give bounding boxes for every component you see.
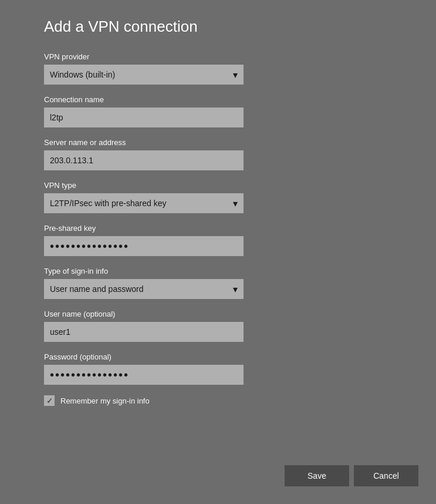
pre-shared-key-group: Pre-shared key [44,224,392,256]
vpn-type-group: VPN type L2TP/IPsec with pre-shared key [44,181,392,213]
vpn-provider-select-wrapper[interactable]: Windows (built-in) [44,65,244,85]
button-row: Save Cancel [285,465,418,486]
username-group: User name (optional) [44,310,392,342]
sign-in-type-select[interactable]: User name and password [44,279,244,299]
server-address-label: Server name or address [44,138,392,147]
sign-in-type-group: Type of sign-in info User name and passw… [44,267,392,299]
vpn-provider-label: VPN provider [44,52,392,61]
page-container: Add a VPN connection VPN provider Window… [0,0,436,504]
pre-shared-key-input[interactable] [44,236,244,256]
pre-shared-key-label: Pre-shared key [44,224,392,233]
checkmark-icon: ✓ [46,397,53,405]
vpn-provider-group: VPN provider Windows (built-in) [44,52,392,85]
save-button[interactable]: Save [285,465,349,486]
connection-name-input[interactable] [44,107,244,127]
username-input[interactable] [44,322,244,342]
remember-signin-label: Remember my sign-in info [60,397,150,405]
cancel-button[interactable]: Cancel [354,465,418,486]
page-title: Add a VPN connection [44,18,392,36]
connection-name-group: Connection name [44,95,392,127]
remember-signin-checkbox[interactable]: ✓ [44,395,55,406]
connection-name-label: Connection name [44,95,392,104]
vpn-type-select[interactable]: L2TP/IPsec with pre-shared key [44,193,244,213]
server-address-input[interactable] [44,150,244,170]
password-input[interactable] [44,365,244,385]
remember-signin-group: ✓ Remember my sign-in info [44,395,392,406]
password-label: Password (optional) [44,352,392,361]
vpn-type-label: VPN type [44,181,392,190]
vpn-type-select-wrapper[interactable]: L2TP/IPsec with pre-shared key [44,193,244,213]
password-group: Password (optional) [44,352,392,385]
server-address-group: Server name or address [44,138,392,170]
sign-in-type-select-wrapper[interactable]: User name and password [44,279,244,299]
username-label: User name (optional) [44,310,392,318]
vpn-provider-select[interactable]: Windows (built-in) [44,65,244,85]
sign-in-type-label: Type of sign-in info [44,267,392,275]
